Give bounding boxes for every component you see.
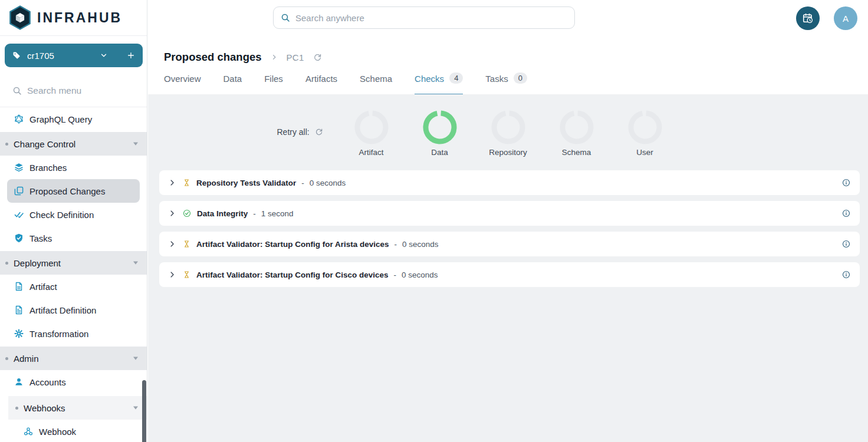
separator: -	[394, 240, 397, 249]
info-icon[interactable]	[842, 240, 850, 248]
tab-checks[interactable]: Checks4	[415, 72, 463, 95]
progress-ring	[628, 110, 662, 144]
chevron-right-icon[interactable]	[169, 271, 176, 278]
sidebar-search[interactable]	[12, 82, 147, 100]
tab-tasks[interactable]: Tasks0	[485, 72, 527, 94]
layers-icon	[14, 163, 24, 172]
sidebar-item-accounts[interactable]: Accounts	[0, 370, 147, 394]
branch-name: cr1705	[27, 51, 93, 61]
sidebar-item-check-definition[interactable]: Check Definition	[0, 203, 147, 226]
tab-badge: 0	[514, 72, 527, 84]
brand-logo[interactable]: INFRAHUB	[0, 0, 147, 36]
calendar-clock-icon	[802, 12, 814, 24]
sidebar-item-branches[interactable]: Branches	[0, 156, 147, 179]
global-search[interactable]	[273, 6, 575, 29]
check-group-data[interactable]: Data	[406, 110, 474, 157]
tab-schema[interactable]: Schema	[360, 72, 392, 94]
brand-name: INFRAHUB	[37, 10, 122, 26]
check-duration: 0 seconds	[402, 271, 438, 279]
branch-selector[interactable]: cr1705	[5, 44, 143, 67]
sidebar-item-webhook[interactable]: Webhook	[0, 420, 147, 442]
chevron-right-icon[interactable]	[169, 179, 176, 186]
tab-overview[interactable]: Overview	[164, 72, 201, 94]
tab-files[interactable]: Files	[264, 72, 283, 94]
checks-content: Retry all: ArtifactDataRepositorySchemaU…	[148, 94, 868, 442]
file-icon	[14, 282, 24, 291]
section-bullet	[5, 357, 8, 360]
file-lines-icon	[14, 305, 24, 315]
sidebar-section-admin[interactable]: Admin	[0, 347, 147, 370]
sidebar-menu: GraphQL QueryChange ControlBranchesPropo…	[0, 107, 147, 442]
check-row-data-integrity[interactable]: Data Integrity-1 second	[159, 201, 860, 226]
check-list: Repository Tests Validator-0 secondsData…	[159, 170, 860, 287]
info-icon[interactable]	[842, 209, 850, 217]
refresh-icon[interactable]	[313, 53, 322, 62]
check-duration: 1 second	[261, 209, 294, 218]
gear-icon	[14, 329, 24, 338]
chevron-down-icon	[133, 260, 139, 265]
breadcrumb-item[interactable]: PC1	[287, 52, 304, 62]
progress-ring	[354, 110, 389, 144]
copy-icon	[14, 186, 24, 196]
check-circle-icon	[183, 209, 191, 217]
global-search-input[interactable]	[295, 13, 567, 23]
sidebar-item-graphql-query[interactable]: GraphQL Query	[0, 107, 147, 131]
tab-badge: 4	[449, 72, 463, 84]
chevron-right-icon	[271, 54, 278, 61]
check-group-repository[interactable]: Repository	[474, 110, 542, 157]
separator: -	[394, 271, 397, 279]
page-title: Proposed changes	[164, 51, 262, 64]
tab-artifacts[interactable]: Artifacts	[305, 72, 337, 94]
check-group-artifact[interactable]: Artifact	[337, 110, 406, 157]
check-row-repository-tests-validator[interactable]: Repository Tests Validator-0 seconds	[159, 170, 860, 195]
check-row-artifact-validator-startup-config-for-cisco-devices[interactable]: Artifact Validator: Startup Config for C…	[159, 262, 860, 287]
progress-ring	[560, 110, 594, 144]
sidebar-item-proposed-changes[interactable]: Proposed Changes	[7, 179, 140, 203]
branch-tag-icon	[12, 51, 21, 60]
sidebar-section-webhooks[interactable]: Webhooks	[8, 396, 147, 420]
chevron-right-icon[interactable]	[169, 210, 176, 217]
separator: -	[301, 179, 304, 187]
avatar-letter: A	[843, 14, 849, 24]
sidebar-section-change-control[interactable]: Change Control	[0, 132, 147, 156]
tab-bar: OverviewDataFilesArtifactsSchemaChecks4T…	[148, 72, 868, 95]
retry-all-label: Retry all:	[277, 127, 310, 137]
tab-data[interactable]: Data	[223, 72, 242, 94]
chevron-right-icon[interactable]	[169, 240, 176, 248]
avatar[interactable]: A	[834, 6, 857, 30]
retry-all-button[interactable]	[315, 128, 323, 136]
shield-check-icon	[14, 233, 24, 243]
sidebar-item-artifact[interactable]: Artifact	[0, 275, 147, 298]
info-icon[interactable]	[842, 179, 850, 187]
main-area: A Proposed changes PC1 OverviewDataFiles…	[148, 0, 868, 442]
check-title: Data Integrity	[197, 209, 248, 218]
sidebar-item-transformation[interactable]: Transformation	[0, 322, 147, 345]
double-check-icon	[14, 210, 24, 219]
check-duration: 0 seconds	[310, 179, 346, 187]
chevron-down-icon[interactable]	[100, 51, 108, 60]
sidebar-section-deployment[interactable]: Deployment	[0, 251, 147, 275]
topbar: A	[148, 0, 868, 36]
check-title: Repository Tests Validator	[196, 179, 296, 187]
check-type-rings: ArtifactDataRepositorySchemaUser	[148, 110, 868, 157]
info-icon[interactable]	[842, 271, 850, 279]
check-duration: 0 seconds	[402, 240, 439, 249]
chevron-down-icon	[133, 141, 139, 146]
check-row-artifact-validator-startup-config-for-arista-devices[interactable]: Artifact Validator: Startup Config for A…	[159, 232, 860, 256]
sidebar-item-tasks[interactable]: Tasks	[0, 226, 147, 250]
add-branch-button[interactable]	[127, 51, 135, 60]
check-title: Artifact Validator: Startup Config for A…	[196, 240, 389, 249]
check-group-schema[interactable]: Schema	[542, 110, 611, 157]
sidebar-search-input[interactable]	[27, 85, 130, 96]
check-title: Artifact Validator: Startup Config for C…	[196, 271, 389, 279]
sidebar-scrollbar[interactable]	[142, 380, 146, 442]
check-group-user[interactable]: User	[611, 110, 679, 157]
chevron-down-icon	[133, 405, 139, 410]
page-header: Proposed changes PC1	[148, 36, 868, 64]
sidebar-item-artifact-definition[interactable]: Artifact Definition	[0, 298, 147, 322]
separator: -	[253, 209, 256, 218]
schedule-button[interactable]	[796, 6, 820, 30]
section-bullet	[5, 143, 8, 146]
user-icon	[14, 377, 24, 387]
checks-summary: Retry all: ArtifactDataRepositorySchemaU…	[148, 110, 868, 160]
